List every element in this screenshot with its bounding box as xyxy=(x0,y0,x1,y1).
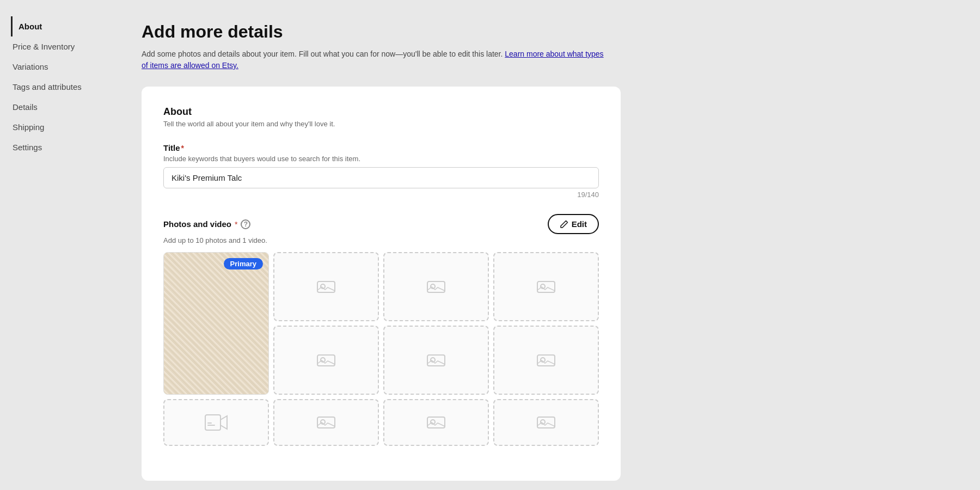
sidebar-item-price-inventory[interactable]: Price & Inventory xyxy=(11,36,109,57)
svg-rect-0 xyxy=(317,281,335,292)
primary-photo-cell[interactable]: Primary xyxy=(163,252,269,395)
pencil-icon xyxy=(560,220,568,229)
title-label: Title * xyxy=(163,143,599,152)
photo-placeholder-icon-6 xyxy=(426,351,446,370)
video-cell[interactable] xyxy=(163,399,269,446)
svg-rect-4 xyxy=(537,281,555,292)
title-hint: Include keywords that buyers would use t… xyxy=(163,155,599,163)
photo-placeholder-icon-7 xyxy=(536,351,556,370)
title-input[interactable] xyxy=(163,167,599,188)
sidebar-item-settings[interactable]: Settings xyxy=(11,137,109,157)
about-card: About Tell the world all about your item… xyxy=(142,87,621,481)
section-subtitle: Tell the world all about your item and w… xyxy=(163,120,599,128)
svg-rect-10 xyxy=(537,355,555,366)
sidebar-item-shipping[interactable]: Shipping xyxy=(11,117,109,137)
svg-rect-2 xyxy=(427,281,445,292)
edit-button[interactable]: Edit xyxy=(548,214,599,234)
sidebar-item-details[interactable]: Details xyxy=(11,97,109,117)
photo-placeholder-icon-5 xyxy=(316,351,336,370)
photo-placeholder-icon-8 xyxy=(316,413,336,432)
photos-field-group: Photos and video * ? Edit Add up to 10 p… xyxy=(163,214,599,446)
sidebar: About Price & Inventory Variations Tags … xyxy=(0,0,109,490)
page-subtitle: Add some photos and details about your i… xyxy=(142,48,610,71)
photo-placeholder-icon-3 xyxy=(426,277,446,297)
svg-rect-19 xyxy=(537,417,555,428)
svg-rect-8 xyxy=(427,355,445,366)
sidebar-item-about[interactable]: About xyxy=(11,16,109,36)
main-content: Add more details Add some photos and det… xyxy=(109,0,980,490)
photo-cell-8[interactable] xyxy=(273,399,379,446)
photo-placeholder-icon-9 xyxy=(426,413,446,432)
section-title: About xyxy=(163,106,599,118)
sidebar-item-tags-attributes[interactable]: Tags and attributes xyxy=(11,77,109,97)
photos-label-row: Photos and video * ? xyxy=(163,219,250,229)
photo-cell-10[interactable] xyxy=(493,399,599,446)
primary-photo-image xyxy=(164,253,268,394)
title-char-count: 19/140 xyxy=(163,191,599,199)
photo-cell-2[interactable] xyxy=(273,252,379,321)
title-required-star: * xyxy=(181,144,184,152)
photo-cell-7[interactable] xyxy=(493,326,599,395)
photo-cell-6[interactable] xyxy=(383,326,489,395)
photos-header: Photos and video * ? Edit xyxy=(163,214,599,234)
primary-badge: Primary xyxy=(224,258,263,270)
photos-grid: Primary xyxy=(163,252,599,446)
photo-placeholder-icon-10 xyxy=(536,413,556,432)
svg-rect-13 xyxy=(207,422,212,424)
photo-placeholder-icon-2 xyxy=(316,277,336,297)
photo-cell-3[interactable] xyxy=(383,252,489,321)
photo-cell-9[interactable] xyxy=(383,399,489,446)
photos-hint: Add up to 10 photos and 1 video. xyxy=(163,236,599,244)
svg-rect-14 xyxy=(207,425,215,426)
svg-rect-17 xyxy=(427,417,445,428)
title-field-group: Title * Include keywords that buyers wou… xyxy=(163,143,599,199)
photos-help-icon[interactable]: ? xyxy=(241,219,250,229)
sidebar-item-variations[interactable]: Variations xyxy=(11,57,109,77)
photos-required-star: * xyxy=(235,220,237,229)
svg-rect-12 xyxy=(205,415,220,430)
svg-rect-6 xyxy=(317,355,335,366)
photo-cell-4[interactable] xyxy=(493,252,599,321)
photo-placeholder-icon-4 xyxy=(536,277,556,297)
svg-rect-15 xyxy=(317,417,335,428)
page-title: Add more details xyxy=(142,22,953,42)
video-placeholder-icon xyxy=(204,413,228,432)
photo-cell-5[interactable] xyxy=(273,326,379,395)
photos-label: Photos and video xyxy=(163,219,231,229)
